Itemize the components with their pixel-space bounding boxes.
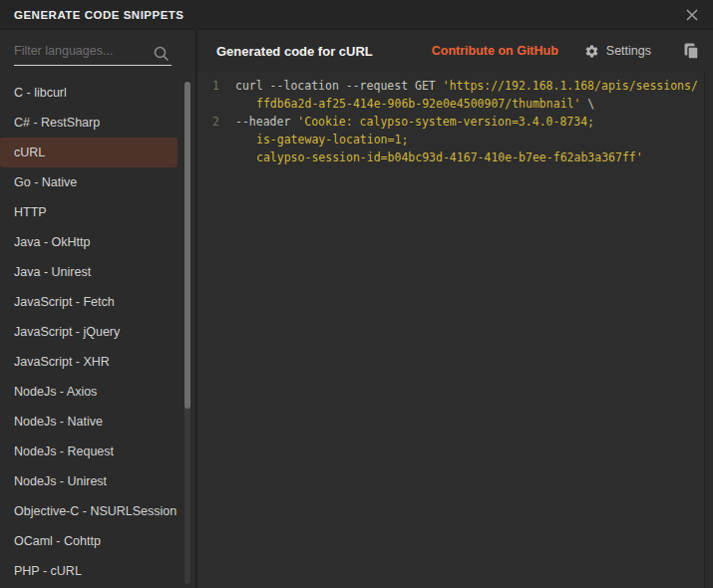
- code-editor[interactable]: 1 curl --location --request GET 'https:/…: [197, 72, 713, 588]
- dialog-content: C - libcurl C# - RestSharp cURL Go - Nat…: [0, 30, 713, 588]
- sidebar-item-go-native[interactable]: Go - Native: [0, 167, 195, 197]
- copy-icon: [683, 43, 699, 60]
- filter-row: [0, 30, 195, 72]
- dialog-title: GENERATE CODE SNIPPETS: [14, 9, 184, 21]
- code-panel: Generated code for cURL Contribute on Gi…: [195, 30, 713, 588]
- sidebar-item-javascript-jquery[interactable]: JavaScript - jQuery: [0, 317, 195, 347]
- code-line: ffdb6a2d-af25-414e-906b-92e0e4500907/thu…: [197, 95, 713, 113]
- line-number: [197, 148, 219, 166]
- filter-languages-input[interactable]: [14, 40, 172, 66]
- settings-label: Settings: [606, 44, 651, 58]
- code-line: is-gateway-location=1;: [197, 131, 713, 148]
- code-text: is-gateway-location=1;: [219, 131, 408, 148]
- search-icon[interactable]: [154, 46, 170, 62]
- sidebar-item-javascript-xhr[interactable]: JavaScript - XHR: [0, 347, 195, 377]
- contribute-on-github-link[interactable]: Contribute on GitHub: [432, 44, 558, 58]
- sidebar-item-javascript-fetch[interactable]: JavaScript - Fetch: [0, 287, 195, 317]
- language-sidebar: C - libcurl C# - RestSharp cURL Go - Nat…: [0, 30, 195, 588]
- code-line: 2 --header 'Cookie: calypso-system-versi…: [197, 113, 713, 131]
- close-button[interactable]: [684, 7, 700, 23]
- code-line: calypso-session-id=b04bc93d-4167-410e-b7…: [197, 148, 713, 166]
- close-icon: [685, 8, 699, 22]
- code-text: curl --location --request GET 'https://1…: [219, 77, 698, 95]
- code-text: calypso-session-id=b04bc93d-4167-410e-b7…: [219, 148, 643, 166]
- sidebar-item-http[interactable]: HTTP: [0, 197, 195, 227]
- sidebar-item-java-unirest[interactable]: Java - Unirest: [0, 257, 195, 287]
- dialog-titlebar: GENERATE CODE SNIPPETS: [0, 0, 713, 30]
- sidebar-item-objectivec-nsurlsession[interactable]: Objective-C - NSURLSession: [0, 496, 195, 526]
- sidebar-item-csharp-restsharp[interactable]: C# - RestSharp: [0, 108, 195, 138]
- sidebar-scrollbar-thumb[interactable]: [184, 82, 190, 409]
- sidebar-item-nodejs-native[interactable]: NodeJs - Native: [0, 407, 195, 437]
- line-number: [197, 131, 219, 148]
- sidebar-scrollbar-track[interactable]: [184, 82, 190, 584]
- sidebar-item-nodejs-axios[interactable]: NodeJs - Axios: [0, 377, 195, 407]
- line-number: 1: [197, 77, 219, 95]
- sidebar-item-java-okhttp[interactable]: Java - OkHttp: [0, 227, 195, 257]
- sidebar-item-curl[interactable]: cURL: [0, 138, 178, 167]
- generated-code-title: Generated code for cURL: [216, 44, 432, 59]
- copy-code-button[interactable]: [683, 43, 699, 60]
- sidebar-item-ocaml-cohttp[interactable]: OCaml - Cohttp: [0, 526, 195, 556]
- settings-button[interactable]: Settings: [584, 44, 651, 59]
- code-panel-header: Generated code for cURL Contribute on Gi…: [197, 30, 713, 72]
- code-text: --header 'Cookie: calypso-system-version…: [219, 113, 594, 131]
- line-number: 2: [197, 113, 219, 131]
- code-text: ffdb6a2d-af25-414e-906b-92e0e4500907/thu…: [219, 95, 594, 113]
- sidebar-item-nodejs-unirest[interactable]: NodeJs - Unirest: [0, 466, 195, 496]
- gear-icon: [584, 44, 599, 59]
- code-scrollbar-gutter[interactable]: [704, 72, 713, 588]
- code-line: 1 curl --location --request GET 'https:/…: [197, 77, 713, 95]
- generate-code-snippets-dialog: GENERATE CODE SNIPPETS C - libcurl: [0, 0, 713, 588]
- sidebar-item-c-libcurl[interactable]: C - libcurl: [0, 78, 195, 108]
- sidebar-item-php-curl[interactable]: PHP - cURL: [0, 556, 195, 586]
- language-list: C - libcurl C# - RestSharp cURL Go - Nat…: [0, 78, 195, 586]
- line-number: [197, 95, 219, 113]
- sidebar-item-nodejs-request[interactable]: NodeJs - Request: [0, 437, 195, 466]
